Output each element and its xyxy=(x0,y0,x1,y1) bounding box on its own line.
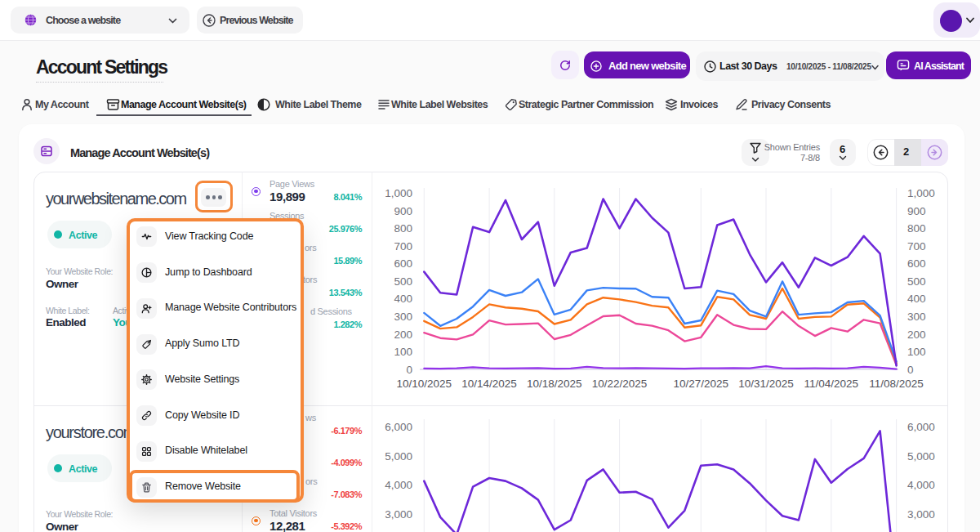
svg-text:5,000: 5,000 xyxy=(385,450,412,463)
svg-text:300: 300 xyxy=(907,311,926,323)
svg-text:6,000: 6,000 xyxy=(907,421,935,433)
svg-text:100: 100 xyxy=(394,346,412,358)
svg-text:10/10/2025: 10/10/2025 xyxy=(397,378,452,390)
svg-text:4,000: 4,000 xyxy=(907,479,935,491)
svg-text:10/31/2025: 10/31/2025 xyxy=(738,378,794,390)
svg-text:4,000: 4,000 xyxy=(385,479,412,491)
svg-text:10/27/2025: 10/27/2025 xyxy=(674,378,729,390)
svg-text:600: 600 xyxy=(907,257,926,270)
svg-text:900: 900 xyxy=(394,205,412,217)
svg-text:3,000: 3,000 xyxy=(385,508,412,521)
svg-text:400: 400 xyxy=(907,293,926,305)
svg-text:100: 100 xyxy=(907,346,926,358)
svg-text:10/18/2025: 10/18/2025 xyxy=(527,378,582,390)
svg-text:300: 300 xyxy=(394,311,412,323)
svg-text:1,000: 1,000 xyxy=(907,187,935,199)
svg-text:800: 800 xyxy=(394,222,412,235)
svg-text:200: 200 xyxy=(907,329,926,341)
svg-text:10/14/2025: 10/14/2025 xyxy=(461,378,517,390)
svg-text:900: 900 xyxy=(907,205,926,217)
svg-text:3,000: 3,000 xyxy=(907,508,935,521)
svg-text:11/08/2025: 11/08/2025 xyxy=(869,378,924,390)
svg-text:0: 0 xyxy=(907,364,914,376)
svg-text:200: 200 xyxy=(394,329,412,341)
svg-text:500: 500 xyxy=(394,275,412,288)
svg-text:1,000: 1,000 xyxy=(385,187,412,199)
svg-text:5,000: 5,000 xyxy=(907,450,935,463)
svg-text:800: 800 xyxy=(907,222,926,235)
svg-text:400: 400 xyxy=(394,293,412,305)
svg-text:600: 600 xyxy=(394,257,412,270)
svg-text:700: 700 xyxy=(394,240,412,253)
svg-text:10/22/2025: 10/22/2025 xyxy=(592,378,648,390)
svg-text:700: 700 xyxy=(907,240,926,253)
svg-text:0: 0 xyxy=(406,364,412,376)
svg-text:500: 500 xyxy=(907,275,926,288)
svg-text:6,000: 6,000 xyxy=(385,421,412,433)
svg-text:11/04/2025: 11/04/2025 xyxy=(804,378,859,390)
